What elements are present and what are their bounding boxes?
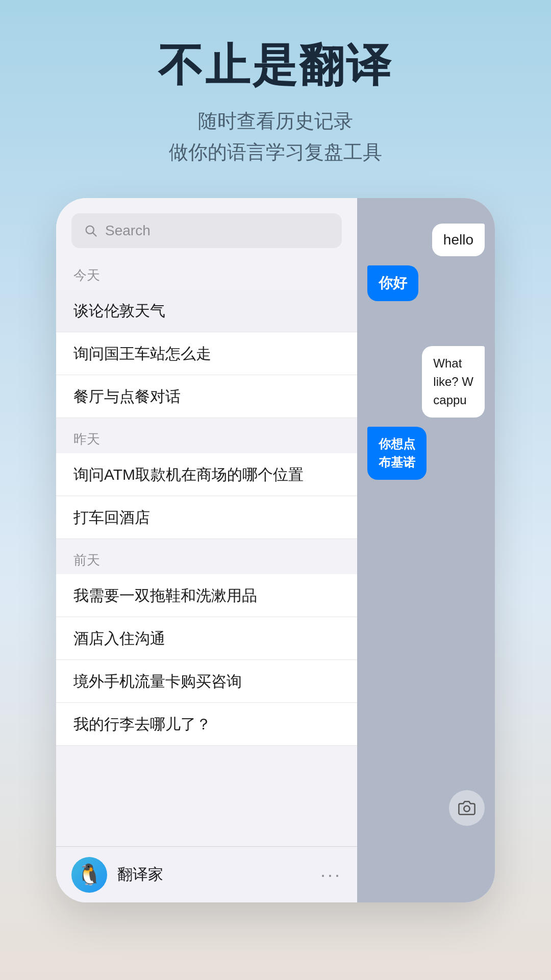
section-header-yesterday: 昨天 — [56, 422, 357, 453]
bottom-bar: 🐧 翻译家 ··· — [56, 846, 357, 902]
list-item[interactable]: 境外手机流量卡购买咨询 — [56, 660, 357, 703]
list-item[interactable]: 询问ATM取款机在商场的哪个位置 — [56, 453, 357, 496]
subtitle-line2: 做你的语言学习复盘工具 — [169, 141, 382, 163]
section-header-daybeforeyesterday: 前天 — [56, 543, 357, 574]
svg-point-2 — [464, 806, 469, 812]
subtitle: 随时查看历史记录 做你的语言学习复盘工具 — [31, 106, 520, 168]
search-placeholder: Search — [105, 223, 151, 239]
svg-line-1 — [93, 233, 96, 236]
camera-button[interactable] — [449, 790, 485, 826]
header-section: 不止是翻译 随时查看历史记录 做你的语言学习复盘工具 — [0, 0, 551, 188]
left-panel: Search 今天 谈论伦敦天气 询问国王车站怎么走 餐厅与点餐对话 昨天 询问… — [56, 198, 357, 902]
list-item[interactable]: 谈论伦敦天气 — [56, 289, 357, 332]
right-chat-area: hello 你好 Whatlike? Wcappu 你想点布基诺 — [357, 208, 495, 494]
subtitle-line1: 随时查看历史记录 — [198, 110, 353, 132]
search-bar-container: Search — [56, 198, 357, 258]
chat-bubble-what: Whatlike? Wcappu — [422, 346, 485, 418]
chat-bubble-hello: hello — [432, 224, 485, 256]
camera-icon — [458, 799, 475, 817]
history-list: 今天 谈论伦敦天气 询问国王车站怎么走 餐厅与点餐对话 昨天 询问ATM取款机在… — [56, 258, 357, 902]
main-title: 不止是翻译 — [31, 41, 520, 90]
app-name: 翻译家 — [117, 864, 163, 885]
list-item[interactable]: 酒店入住沟通 — [56, 617, 357, 660]
section-header-today: 今天 — [56, 258, 357, 289]
list-item[interactable]: 我的行李去哪儿了？ — [56, 703, 357, 746]
chat-bubble-nihao: 你好 — [367, 265, 418, 301]
list-item[interactable]: 我需要一双拖鞋和洗漱用品 — [56, 574, 357, 617]
list-item[interactable]: 餐厅与点餐对话 — [56, 375, 357, 418]
section-today: 今天 谈论伦敦天气 询问国王车站怎么走 餐厅与点餐对话 — [56, 258, 357, 418]
penguin-icon: 🐧 — [77, 863, 102, 887]
section-yesterday: 昨天 询问ATM取款机在商场的哪个位置 打车回酒店 — [56, 422, 357, 539]
section-daybeforeyesterday: 前天 我需要一双拖鞋和洗漱用品 酒店入住沟通 境外手机流量卡购买咨询 我的行李去… — [56, 543, 357, 746]
list-item[interactable]: 询问国王车站怎么走 — [56, 332, 357, 375]
list-item[interactable]: 打车回酒店 — [56, 496, 357, 539]
search-bar[interactable]: Search — [71, 213, 342, 248]
search-icon — [84, 224, 98, 238]
more-button[interactable]: ··· — [320, 864, 342, 886]
chat-bubble-nixiang: 你想点布基诺 — [367, 427, 427, 480]
phone-container: Search 今天 谈论伦敦天气 询问国王车站怎么走 餐厅与点餐对话 昨天 询问… — [56, 198, 495, 902]
right-panel: hello 你好 Whatlike? Wcappu 你想点布基诺 — [357, 198, 495, 902]
app-icon: 🐧 — [71, 857, 107, 893]
